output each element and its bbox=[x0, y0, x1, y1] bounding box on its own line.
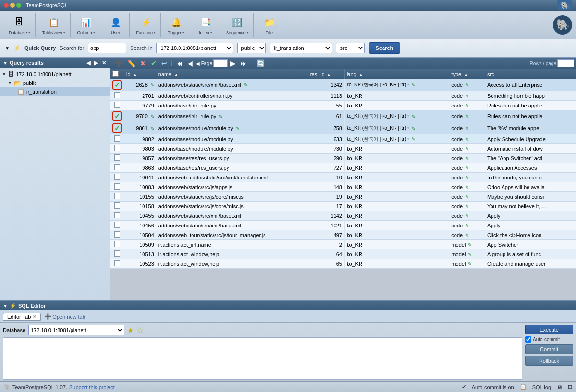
search-input[interactable] bbox=[88, 43, 126, 53]
id-header[interactable]: id ▲ bbox=[124, 69, 156, 79]
column-select[interactable]: src bbox=[336, 43, 365, 53]
rollback-button[interactable]: Rollback bbox=[525, 356, 573, 366]
type-edit-icon[interactable]: ✎ bbox=[465, 214, 469, 219]
minimize-dot[interactable] bbox=[10, 3, 15, 8]
lang-edit-icon[interactable]: ✎ bbox=[411, 136, 415, 142]
row-checkbox[interactable] bbox=[114, 193, 120, 199]
sql-textarea[interactable] bbox=[3, 337, 522, 380]
type-edit-icon[interactable]: ✎ bbox=[465, 146, 469, 152]
maximize-dot[interactable] bbox=[16, 3, 21, 8]
row-checkbox[interactable] bbox=[114, 154, 120, 161]
add-row-btn[interactable]: ➕ bbox=[112, 59, 124, 67]
edit-icon[interactable]: ✎ bbox=[150, 83, 154, 88]
cancel-btn[interactable]: ↩ bbox=[159, 59, 169, 67]
prev-page-btn[interactable]: ◀ bbox=[186, 59, 195, 67]
file-button[interactable]: 📁 File bbox=[259, 14, 280, 36]
green-check-icon[interactable]: ✓ bbox=[112, 80, 122, 90]
lang-header[interactable]: lang ▲ bbox=[344, 69, 449, 79]
edit-icon[interactable]: ✎ bbox=[150, 114, 154, 119]
select-all-checkbox[interactable] bbox=[112, 71, 119, 77]
checkbox-header[interactable] bbox=[110, 69, 124, 79]
table-scroll[interactable]: id ▲ name ▲ res_id ▲ lang ▲ type ▲ src ✓… bbox=[110, 69, 576, 300]
green-check-icon[interactable]: ✓ bbox=[112, 123, 122, 133]
row-checkbox[interactable] bbox=[114, 135, 120, 142]
type-edit-icon[interactable]: ✎ bbox=[465, 137, 469, 142]
type-edit-icon[interactable]: ✎ bbox=[468, 261, 472, 267]
autocommit-checkbox[interactable] bbox=[525, 336, 531, 343]
function-button[interactable]: ⚡ Function ▾ bbox=[134, 14, 158, 36]
lang-dropdown-icon[interactable]: ▾ bbox=[407, 137, 409, 142]
type-edit-icon[interactable]: ✎ bbox=[465, 103, 469, 108]
row-checkbox[interactable] bbox=[114, 145, 120, 151]
database-button[interactable]: 🗄 Database ▾ bbox=[7, 14, 32, 36]
type-edit-icon[interactable]: ✎ bbox=[465, 233, 469, 238]
nav-forward-btn[interactable]: ▶ bbox=[93, 60, 99, 66]
type-edit-icon[interactable]: ✎ bbox=[468, 242, 472, 248]
rows-per-page-input[interactable]: 109 bbox=[557, 59, 574, 67]
open-new-tab-btn[interactable]: ➕ Open new tab bbox=[45, 313, 85, 320]
type-edit-icon[interactable]: ✎ bbox=[465, 156, 469, 161]
commit-button[interactable]: Commit bbox=[525, 344, 573, 354]
row-checkbox[interactable] bbox=[114, 202, 120, 209]
name-edit-icon[interactable]: ✎ bbox=[244, 83, 248, 88]
type-edit-icon[interactable]: ✎ bbox=[465, 223, 469, 228]
server-select[interactable]: 172.18.0.1:8081/planett bbox=[156, 43, 233, 53]
type-edit-icon[interactable]: ✎ bbox=[468, 252, 472, 257]
name-edit-icon[interactable]: ✎ bbox=[236, 126, 240, 131]
table-select[interactable]: ir_translation bbox=[270, 43, 332, 53]
row-checkbox[interactable] bbox=[114, 231, 120, 238]
trigger-button[interactable]: 🔔 Trigger ▾ bbox=[166, 14, 187, 36]
database-select[interactable]: 172.18.0.1:8081/planett bbox=[28, 325, 124, 335]
lang-dropdown-icon[interactable]: ▾ bbox=[407, 114, 409, 119]
type-edit-icon[interactable]: ✎ bbox=[465, 175, 469, 180]
resid-header[interactable]: res_id ▲ bbox=[308, 69, 344, 79]
sequence-button[interactable]: 🔢 Sequence ▾ bbox=[224, 14, 251, 36]
first-page-btn[interactable]: ⏮ bbox=[174, 59, 185, 67]
type-edit-icon[interactable]: ✎ bbox=[465, 166, 469, 171]
favorite-star-btn[interactable]: ★ bbox=[127, 326, 134, 335]
support-link[interactable]: Support this project bbox=[69, 384, 115, 390]
row-checkbox[interactable] bbox=[114, 174, 120, 180]
tableview-button[interactable]: 📋 Table/view ▾ bbox=[40, 14, 67, 36]
lang-edit-icon[interactable]: ✎ bbox=[411, 126, 415, 131]
src-header[interactable]: src bbox=[485, 69, 576, 79]
type-edit-icon[interactable]: ✎ bbox=[465, 83, 469, 88]
lang-edit-icon[interactable]: ✎ bbox=[411, 83, 415, 88]
delete-row-btn[interactable]: ✖ bbox=[138, 59, 148, 67]
column-button[interactable]: 📊 Column ▾ bbox=[75, 14, 97, 36]
panel-settings-btn[interactable]: ✕ bbox=[101, 60, 107, 66]
execute-button[interactable]: Execute bbox=[525, 325, 573, 334]
name-edit-icon[interactable]: ✎ bbox=[218, 114, 222, 119]
close-dot[interactable] bbox=[4, 3, 9, 8]
save-btn[interactable]: ✔ bbox=[149, 59, 158, 67]
row-checkbox[interactable] bbox=[114, 260, 120, 266]
tree-server[interactable]: ▼ 🗄 172.18.0.1:8081/planett bbox=[0, 70, 110, 79]
type-edit-icon[interactable]: ✎ bbox=[465, 194, 469, 200]
unfavorite-star-btn[interactable]: ☆ bbox=[137, 326, 144, 335]
row-checkbox[interactable] bbox=[114, 250, 120, 257]
page-input[interactable] bbox=[213, 59, 228, 67]
row-checkbox[interactable] bbox=[114, 164, 120, 170]
quick-query-toggle[interactable]: ▼ bbox=[5, 46, 10, 51]
green-check-icon[interactable]: ✓ bbox=[112, 111, 122, 121]
editor-tab[interactable]: Editor Tab ✕ bbox=[3, 313, 41, 321]
row-checkbox[interactable] bbox=[114, 212, 120, 218]
lang-dropdown-icon[interactable]: ▾ bbox=[407, 83, 409, 87]
profile-icon[interactable]: 🐘 bbox=[553, 15, 572, 35]
next-page-btn[interactable]: ▶ bbox=[228, 59, 238, 67]
tree-schema[interactable]: ▼ 📂 public bbox=[0, 79, 110, 87]
row-checkbox[interactable] bbox=[114, 241, 120, 247]
lang-edit-icon[interactable]: ✎ bbox=[411, 114, 415, 119]
edit-icon[interactable]: ✎ bbox=[150, 126, 154, 131]
tree-table[interactable]: 📋 ir_translation bbox=[0, 87, 110, 96]
type-edit-icon[interactable]: ✎ bbox=[465, 185, 469, 190]
nav-back-btn[interactable]: ◀ bbox=[85, 60, 91, 66]
last-page-btn[interactable]: ⏭ bbox=[239, 59, 249, 67]
row-checkbox[interactable] bbox=[114, 222, 120, 228]
row-checkbox[interactable] bbox=[114, 183, 120, 190]
name-header[interactable]: name ▲ bbox=[156, 69, 308, 79]
type-edit-icon[interactable]: ✎ bbox=[465, 204, 469, 209]
edit-row-btn[interactable]: ✏️ bbox=[125, 59, 137, 67]
type-edit-icon[interactable]: ✎ bbox=[465, 114, 469, 119]
search-button[interactable]: Search bbox=[369, 42, 401, 54]
